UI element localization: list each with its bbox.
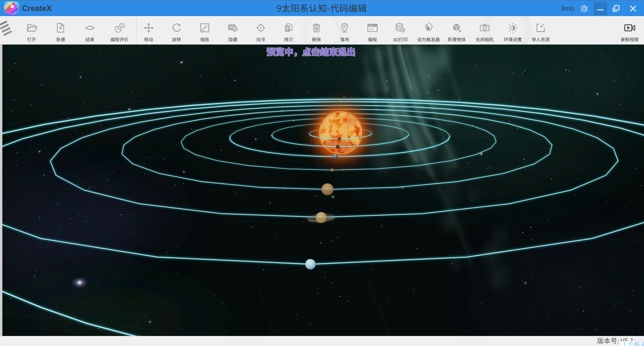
svg-text:c:/: c:/ bbox=[369, 27, 373, 31]
svg-text:3D: 3D bbox=[393, 37, 399, 42]
